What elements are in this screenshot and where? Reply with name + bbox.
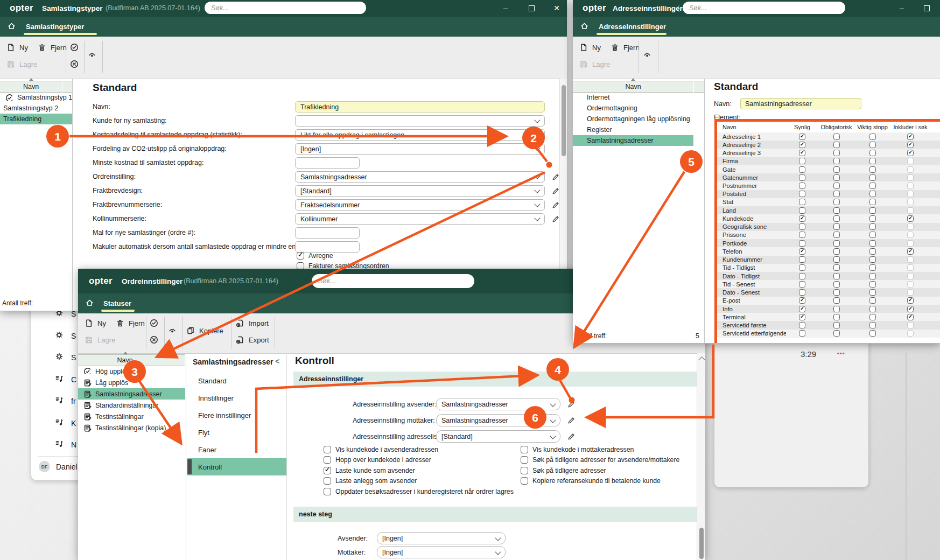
confirm-icon-button[interactable] — [150, 319, 159, 328]
list-item[interactable]: Samlastningsadresser — [78, 388, 185, 400]
checkbox-row[interactable]: Oppdater besøksadresser i kunderegistere… — [324, 486, 514, 497]
export-button[interactable]: Export — [236, 335, 269, 345]
inkluder-i-sok-checkbox[interactable] — [907, 232, 914, 238]
viktig-stopp-checkbox[interactable] — [869, 322, 876, 328]
field-control[interactable]: [Ingen] — [295, 143, 545, 155]
synlig-checkbox[interactable] — [799, 150, 805, 156]
col-inkluder-i-sok[interactable]: Inkluder i søk — [890, 124, 930, 130]
obligatorisk-checkbox[interactable] — [833, 174, 840, 181]
obligatorisk-checkbox[interactable] — [833, 232, 840, 238]
delete-button[interactable]: Fjern — [38, 43, 67, 52]
field-control[interactable] — [295, 227, 360, 239]
tab-statuser[interactable]: Statuser — [103, 299, 131, 307]
synlig-checkbox[interactable] — [799, 330, 805, 337]
obligatorisk-checkbox[interactable] — [833, 314, 840, 320]
checkbox-row[interactable]: Søk på tidligere adresser — [521, 465, 679, 476]
synlig-checkbox[interactable] — [799, 264, 805, 271]
viktig-stopp-checkbox[interactable] — [869, 248, 876, 255]
obligatorisk-checkbox[interactable] — [833, 256, 840, 263]
inkluder-i-sok-checkbox[interactable] — [907, 199, 914, 205]
col-viktig-stopp[interactable]: Viktig stopp — [854, 124, 890, 130]
checkbox[interactable] — [521, 446, 528, 453]
checkbox[interactable] — [324, 488, 331, 495]
inkluder-i-sok-checkbox[interactable] — [907, 330, 914, 337]
inkluder-i-sok-checkbox[interactable] — [907, 207, 914, 214]
chevron-down-icon[interactable] — [534, 215, 540, 221]
minimize-button[interactable]: – — [500, 3, 511, 13]
inkluder-i-sok-checkbox[interactable] — [907, 256, 914, 263]
scrollbar-thumb[interactable] — [562, 85, 566, 156]
synlig-checkbox[interactable] — [799, 273, 805, 279]
tab-adresseinnstillinger[interactable]: Adresseinnstillinger — [599, 23, 666, 31]
checkbox-row[interactable]: Laste anlegg som avsender — [324, 476, 514, 487]
inkluder-i-sok-checkbox[interactable] — [907, 281, 914, 288]
synlig-checkbox[interactable] — [799, 240, 805, 247]
edit-pencil-icon[interactable] — [551, 185, 559, 197]
synlig-checkbox[interactable] — [799, 207, 805, 214]
confirm-icon-button[interactable] — [70, 43, 79, 52]
viktig-stopp-checkbox[interactable] — [869, 191, 876, 197]
obligatorisk-checkbox[interactable] — [833, 207, 840, 214]
viktig-stopp-checkbox[interactable] — [869, 264, 876, 271]
viktig-stopp-checkbox[interactable] — [869, 273, 876, 279]
viktig-stopp-checkbox[interactable] — [869, 134, 876, 140]
field-control[interactable] — [295, 115, 545, 127]
tab-samlastingstyper[interactable]: Samlastingstyper — [26, 23, 84, 31]
viktig-stopp-checkbox[interactable] — [869, 306, 876, 312]
chevron-down-icon[interactable] — [534, 117, 540, 123]
list-header-extra[interactable] — [694, 81, 704, 93]
synlig-checkbox[interactable] — [799, 158, 805, 164]
maximize-button[interactable] — [921, 3, 932, 13]
inkluder-i-sok-checkbox[interactable] — [907, 166, 914, 173]
home-icon[interactable] — [85, 298, 94, 310]
checkbox[interactable] — [324, 477, 331, 485]
synlig-checkbox[interactable] — [799, 322, 805, 328]
list-header-navn[interactable]: Navn — [78, 354, 172, 366]
home-icon[interactable] — [580, 22, 589, 33]
inkluder-i-sok-checkbox[interactable] — [907, 240, 914, 247]
checkbox[interactable] — [521, 456, 528, 464]
synlig-checkbox[interactable] — [799, 183, 805, 189]
obligatorisk-checkbox[interactable] — [833, 150, 840, 156]
synlig-checkbox[interactable] — [799, 134, 805, 140]
list-item[interactable]: Hög upplös — [78, 366, 185, 377]
view-eye-button[interactable] — [168, 326, 177, 335]
submenu-item[interactable]: Standard — [187, 372, 286, 389]
edit-pencil-icon[interactable] — [551, 199, 559, 211]
synlig-checkbox[interactable] — [799, 166, 805, 173]
inkluder-i-sok-checkbox[interactable] — [907, 174, 914, 181]
synlig-checkbox[interactable] — [799, 297, 805, 304]
checkbox-row[interactable]: Kopiere referansekunde til betalende kun… — [521, 476, 679, 487]
submenu-item[interactable]: Kontroll — [187, 458, 286, 475]
inkluder-i-sok-checkbox[interactable] — [907, 289, 914, 296]
chevron-down-icon[interactable] — [495, 535, 501, 541]
viktig-stopp-checkbox[interactable] — [869, 330, 876, 337]
checkbox-row[interactable]: Avregne — [297, 250, 389, 261]
scrollbar-vertical[interactable] — [697, 353, 705, 560]
field-dropdown[interactable]: Samlastningsadresser — [436, 398, 560, 410]
edit-pencil-icon[interactable] — [567, 430, 575, 443]
viktig-stopp-checkbox[interactable] — [869, 174, 876, 181]
viktig-stopp-checkbox[interactable] — [869, 166, 876, 173]
home-icon[interactable] — [7, 22, 16, 33]
save-button[interactable]: Lagre — [579, 60, 610, 69]
new-button[interactable]: Ny — [579, 43, 601, 52]
synlig-checkbox[interactable] — [799, 281, 805, 288]
scroll-up-icon[interactable] — [698, 356, 705, 363]
chevron-down-icon[interactable] — [534, 187, 540, 193]
collapse-chevron-icon[interactable]: < — [275, 357, 279, 366]
synlig-checkbox[interactable] — [799, 306, 805, 312]
search-input[interactable] — [205, 2, 366, 14]
synlig-checkbox[interactable] — [799, 256, 805, 263]
obligatorisk-checkbox[interactable] — [833, 273, 840, 279]
obligatorisk-checkbox[interactable] — [833, 199, 840, 205]
search-input[interactable] — [683, 2, 845, 14]
obligatorisk-checkbox[interactable] — [833, 142, 840, 148]
list-item[interactable]: Låg upplös — [78, 377, 185, 388]
chevron-down-icon[interactable] — [550, 417, 556, 423]
viktig-stopp-checkbox[interactable] — [869, 289, 876, 296]
checkbox[interactable] — [521, 477, 528, 485]
view-eye-button[interactable] — [643, 51, 652, 60]
submenu-item[interactable]: Flere innstillinger — [187, 407, 286, 424]
synlig-checkbox[interactable] — [799, 215, 805, 222]
